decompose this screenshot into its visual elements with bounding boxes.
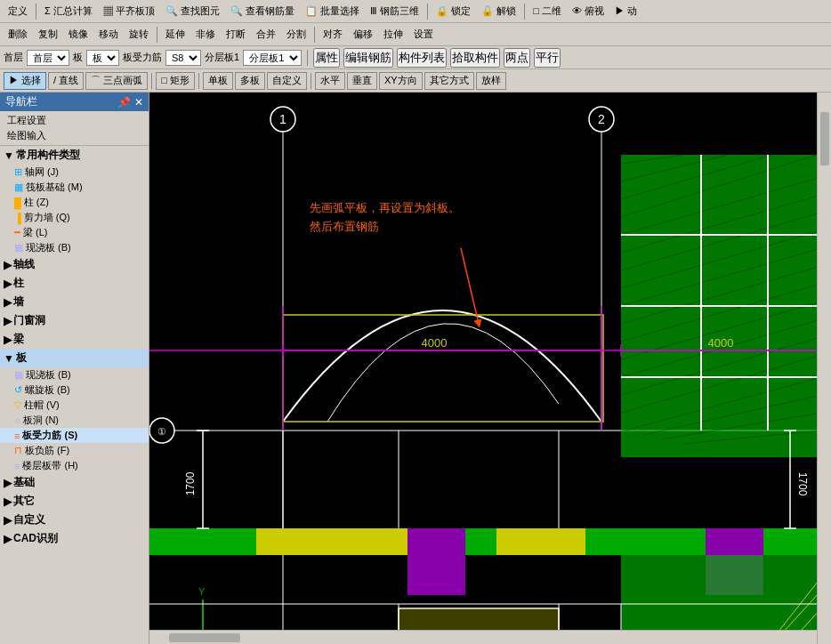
btn-edit-rebar[interactable]: 编辑钢筋 <box>343 48 393 68</box>
expand-icon-beam: ▶ <box>4 334 12 346</box>
tree-item-spiral-slab[interactable]: ↺ 螺旋板 (B) <box>0 382 149 398</box>
floor-select[interactable]: 首层 <box>27 50 69 66</box>
btn-xy-dir[interactable]: XY方向 <box>379 72 423 90</box>
btn-rect[interactable]: □ 矩形 <box>156 72 195 90</box>
btn-single-plate[interactable]: 单板 <box>203 72 233 90</box>
btn-align[interactable]: 对齐 <box>319 26 347 43</box>
btn-delete[interactable]: 删除 <box>4 26 32 43</box>
btn-dynamic[interactable]: ▶ 动 <box>610 3 641 20</box>
tree-category-col[interactable]: ▶ 柱 <box>0 274 149 293</box>
btn-copy[interactable]: 复制 <box>34 26 62 43</box>
sidebar-tree: ▼ 常用构件类型 ⊞ 轴网 (J) ▦ 筏板基础 (M) █ 柱 (Z) ▐ 剪… <box>0 146 149 644</box>
btn-define[interactable]: 定义 <box>4 3 32 20</box>
expand-icon-custom: ▶ <box>4 514 12 527</box>
btn-vertical[interactable]: 垂直 <box>347 72 377 90</box>
btn-offset[interactable]: 偏移 <box>349 26 377 43</box>
sidebar: 导航栏 📌 ✕ 工程设置 绘图输入 ▼ 常用构件类型 ⊞ 轴网 (J) ▦ 筏板… <box>0 93 149 644</box>
btn-break[interactable]: 打断 <box>222 26 250 43</box>
btn-lock[interactable]: 🔒 锁定 <box>432 3 475 20</box>
raft-icon: ▦ <box>14 181 23 193</box>
layer-label: 分层板1 <box>205 51 239 64</box>
btn-split[interactable]: 分割 <box>282 26 311 43</box>
btn-move[interactable]: 移动 <box>94 26 123 43</box>
h-scroll-thumb[interactable] <box>169 633 240 642</box>
btn-find-elem[interactable]: 🔍 查找图元 <box>161 3 224 20</box>
axis-icon: ⊞ <box>14 166 22 178</box>
tree-category-cad[interactable]: ▶ CAD识别 <box>0 529 149 548</box>
svg-text:4000: 4000 <box>422 336 448 350</box>
btn-merge[interactable]: 合并 <box>252 26 280 43</box>
h-scrollbar[interactable] <box>149 630 817 644</box>
tree-category-custom[interactable]: ▶ 自定义 <box>0 511 149 529</box>
type-select[interactable]: 板 <box>86 50 119 66</box>
tree-category-other[interactable]: ▶ 其它 <box>0 492 149 511</box>
btn-other-method[interactable]: 其它方式 <box>424 72 474 90</box>
svg-rect-37 <box>585 528 817 555</box>
btn-select[interactable]: ▶ 选择 <box>4 72 46 90</box>
btn-align-top[interactable]: ▦ 平齐板顶 <box>99 3 159 20</box>
btn-settings[interactable]: 设置 <box>409 26 438 43</box>
btn-parallel[interactable]: 平行 <box>534 48 561 68</box>
btn-calc[interactable]: Σ 汇总计算 <box>40 3 97 20</box>
btn-two-points[interactable]: 两点 <box>504 48 530 68</box>
layer-select[interactable]: 分层板1 <box>243 50 302 66</box>
tree-category-wall[interactable]: ▶ 墙 <box>0 293 149 311</box>
tree-category-door[interactable]: ▶ 门窗洞 <box>0 311 149 330</box>
sidebar-item-project-settings[interactable]: 工程设置 <box>0 113 149 128</box>
btn-horizontal[interactable]: 水平 <box>315 72 345 90</box>
tree-category-plate[interactable]: ▼ 板 <box>0 349 149 367</box>
btn-multi-plate[interactable]: 多板 <box>235 72 265 90</box>
btn-property[interactable]: 属性 <box>313 48 340 68</box>
btn-top-view[interactable]: 👁 俯视 <box>568 3 609 20</box>
tree-item-axis[interactable]: ⊞ 轴网 (J) <box>0 165 149 180</box>
floor-label-text: 首层 <box>4 51 23 64</box>
tree-category-common[interactable]: ▼ 常用构件类型 <box>0 146 149 165</box>
btn-non-mod[interactable]: 非修 <box>191 26 220 43</box>
btn-mirror[interactable]: 镜像 <box>64 26 93 43</box>
tree-item-raft[interactable]: ▦ 筏板基础 (M) <box>0 180 149 195</box>
category-label-common: 常用构件类型 <box>16 148 80 163</box>
btn-view-rebar[interactable]: 🔍 查看钢筋量 <box>226 3 299 20</box>
btn-stretch[interactable]: 拉伸 <box>379 26 407 43</box>
tree-item-col-cap[interactable]: ▽ 柱帽 (V) <box>0 398 149 413</box>
v-scroll-thumb[interactable] <box>820 112 829 165</box>
sep2 <box>427 4 428 20</box>
btn-line[interactable]: / 直线 <box>48 72 84 90</box>
cast-slab-icon: ▦ <box>14 242 23 254</box>
tree-item-plate-neg-rebar[interactable]: ⊓ 板负筋 (F) <box>0 443 149 458</box>
sep1 <box>36 4 36 20</box>
tree-item-column[interactable]: █ 柱 (Z) <box>0 195 149 210</box>
btn-custom[interactable]: 自定义 <box>267 72 307 90</box>
force-select[interactable]: S8 <box>165 50 201 66</box>
btn-comp-list[interactable]: 构件列表 <box>397 48 447 68</box>
tree-item-plate-hole[interactable]: ○ 板洞 (N) <box>0 413 149 428</box>
tree-item-cast-slab[interactable]: ▦ 现浇板 (B) <box>0 240 149 255</box>
svg-text:2: 2 <box>598 112 605 126</box>
btn-pick-comp[interactable]: 拾取构件 <box>450 48 500 68</box>
expand-icon-wall: ▶ <box>4 296 12 309</box>
tree-item-floor-band[interactable]: ≡ 楼层板带 (H) <box>0 458 149 473</box>
btn-rebar3d[interactable]: Ⅲ 钢筋三维 <box>366 3 424 20</box>
btn-2d[interactable]: □ 二维 <box>528 3 566 20</box>
tree-item-cast-slab2[interactable]: ▦ 现浇板 (B) <box>0 367 149 382</box>
tree-item-beam[interactable]: ━ 梁 (L) <box>0 225 149 240</box>
svg-text:4000: 4000 <box>708 336 734 350</box>
btn-unlock[interactable]: 🔓 解锁 <box>477 3 520 20</box>
btn-arc[interactable]: ⌒ 三点画弧 <box>85 72 148 90</box>
sidebar-close-icon[interactable]: ✕ <box>134 96 143 109</box>
canvas-area[interactable]: 1 2 ① <box>149 93 817 630</box>
tree-category-beam[interactable]: ▶ 梁 <box>0 330 149 349</box>
sidebar-item-draw-input[interactable]: 绘图输入 <box>0 128 149 143</box>
tree-category-foundation[interactable]: ▶ 基础 <box>0 473 149 492</box>
expand-icon-common: ▼ <box>4 149 14 162</box>
tree-item-shearwall[interactable]: ▐ 剪力墙 (Q) <box>0 210 149 225</box>
v-scrollbar[interactable] <box>817 93 831 644</box>
sidebar-pin-icon[interactable]: 📌 <box>117 96 131 109</box>
expand-icon-col: ▶ <box>4 278 12 290</box>
btn-lofting[interactable]: 放样 <box>476 72 506 90</box>
tree-item-plate-rebar[interactable]: ≡ 板受力筋 (S) <box>0 428 149 443</box>
btn-extend[interactable]: 延伸 <box>161 26 190 43</box>
btn-rotate[interactable]: 旋转 <box>125 26 153 43</box>
btn-batch-select[interactable]: 📋 批量选择 <box>301 3 364 20</box>
tree-category-axis[interactable]: ▶ 轴线 <box>0 255 149 274</box>
